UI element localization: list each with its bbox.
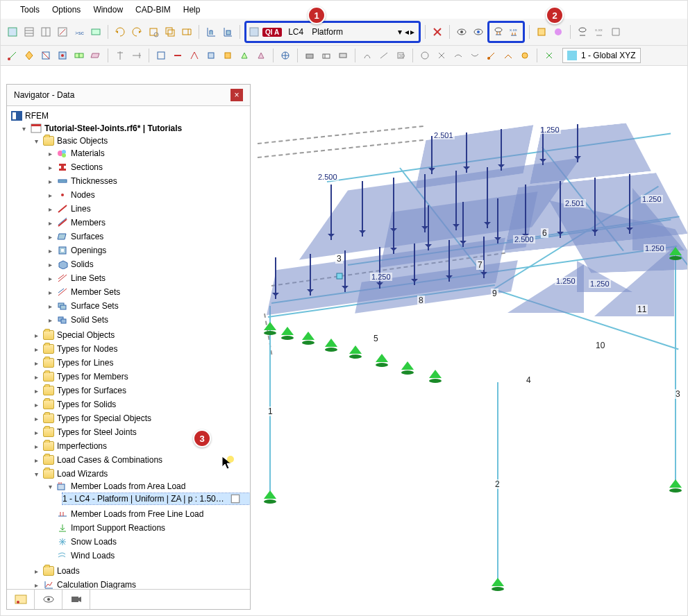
show-load-arrows-icon[interactable]: x.xx: [506, 24, 521, 40]
coord-system-selector[interactable]: 1 - Global XYZ: [562, 48, 641, 63]
tree-item[interactable]: Line Sets: [71, 273, 106, 283]
tool-btn[interactable]: [220, 48, 235, 63]
tool-btn[interactable]: [187, 48, 202, 63]
show-load-values-icon[interactable]: [491, 24, 506, 40]
tool-btn[interactable]: [55, 48, 70, 63]
tool-btn[interactable]: [430, 24, 445, 40]
expand-icon[interactable]: ▸: [32, 400, 40, 409]
tool-btn[interactable]: [220, 24, 235, 40]
tree-item[interactable]: Loads: [57, 566, 80, 576]
tool-btn[interactable]: [112, 48, 128, 63]
tree-item[interactable]: Sections: [71, 162, 103, 172]
expand-icon[interactable]: ▸: [32, 428, 40, 436]
expand-icon[interactable]: ▾: [32, 470, 40, 478]
tree-load-wizards[interactable]: Load Wizards: [57, 469, 108, 479]
expand-icon[interactable]: ▸: [32, 414, 40, 422]
tool-btn[interactable]: [608, 24, 623, 40]
tool-btn[interactable]: [302, 48, 317, 63]
tree-item[interactable]: Types for Steel Joints: [57, 427, 137, 437]
tree-item[interactable]: Calculation Diagrams: [57, 580, 136, 589]
tree-item[interactable]: Thicknesses: [71, 176, 117, 186]
load-case-selector[interactable]: QI A LC4 Platform ▾ ◂ ▸: [244, 21, 421, 43]
tree-item[interactable]: Imperfections: [57, 441, 107, 451]
prev-lc-icon[interactable]: ◂: [405, 27, 409, 37]
tree-item[interactable]: Solid Sets: [71, 315, 108, 325]
tool-btn[interactable]: [179, 24, 194, 40]
expand-icon[interactable]: ▸: [46, 274, 54, 282]
expand-icon[interactable]: ▸: [46, 205, 54, 213]
tree-item[interactable]: Lines: [71, 204, 91, 214]
tool-btn[interactable]: [484, 48, 499, 63]
tool-btn[interactable]: [471, 24, 486, 40]
expand-icon[interactable]: ▸: [46, 316, 54, 324]
tool-btn[interactable]: [517, 48, 532, 63]
tree-item[interactable]: Load Cases & Combinations: [57, 455, 162, 465]
tool-btn[interactable]: [22, 24, 37, 40]
tool-btn[interactable]: [451, 48, 466, 63]
tool-btn[interactable]: [376, 48, 392, 63]
tool-btn[interactable]: [237, 48, 252, 63]
tool-btn[interactable]: [153, 48, 169, 63]
tool-btn[interactable]: [253, 48, 269, 63]
next-lc-icon[interactable]: ▸: [410, 27, 414, 37]
tree-basic-objects[interactable]: Basic Objects: [57, 136, 108, 146]
tool-btn[interactable]: [551, 24, 566, 40]
tool-btn[interactable]: [162, 24, 178, 40]
expand-icon[interactable]: ▸: [46, 149, 54, 157]
tool-btn[interactable]: [146, 24, 161, 40]
tree-item[interactable]: Materials: [71, 148, 105, 158]
tool-btn[interactable]: [360, 48, 375, 63]
expand-icon[interactable]: ▾: [46, 482, 54, 490]
expand-icon[interactable]: ▸: [32, 386, 40, 395]
expand-icon[interactable]: ▸: [46, 163, 54, 171]
nav-tab-camera-icon[interactable]: [62, 590, 90, 609]
tool-btn[interactable]: [88, 24, 103, 40]
expand-icon[interactable]: ▸: [32, 442, 40, 450]
tree-item[interactable]: Types for Nodes: [57, 344, 117, 354]
menu-help[interactable]: Help: [183, 5, 201, 15]
expand-icon[interactable]: ▸: [32, 331, 40, 339]
tree-item[interactable]: Types for Special Objects: [57, 413, 151, 423]
model-viewport[interactable]: 2.501 1.250 2.500 2.501 1.250 2.500 1.25…: [251, 77, 686, 614]
tool-btn[interactable]: [434, 48, 449, 63]
nav-tab-data-icon[interactable]: [7, 590, 35, 609]
tree-item[interactable]: Types for Solids: [57, 400, 116, 409]
tool-btn[interactable]: [170, 48, 185, 63]
tree-member-loads-area[interactable]: Member Loads from Area Load: [71, 481, 185, 491]
tool-btn[interactable]: [467, 48, 483, 63]
menu-tools[interactable]: Tools: [20, 5, 40, 15]
tree-item[interactable]: Snow Loads: [71, 537, 117, 547]
tool-btn[interactable]: x.xx: [591, 24, 607, 40]
expand-icon[interactable]: ▸: [46, 219, 54, 227]
expand-icon[interactable]: ▾: [32, 137, 40, 145]
tree-root[interactable]: RFEM: [25, 111, 49, 121]
tool-btn[interactable]: [38, 24, 53, 40]
expand-icon[interactable]: ▸: [32, 567, 40, 575]
tool-btn[interactable]: [501, 48, 516, 63]
expand-icon[interactable]: ▸: [32, 345, 40, 353]
tool-btn[interactable]: [38, 48, 53, 63]
menu-cadbim[interactable]: CAD-BIM: [135, 5, 171, 15]
tool-btn[interactable]: [129, 24, 144, 40]
load-value-display-toggle[interactable]: x.xx: [487, 21, 525, 43]
tree-item[interactable]: Wind Loads: [71, 551, 115, 561]
expand-icon[interactable]: ▸: [32, 373, 40, 381]
menu-window[interactable]: Window: [93, 5, 123, 15]
tool-btn[interactable]: [335, 48, 351, 63]
tree-item[interactable]: Surfaces: [71, 232, 103, 241]
expand-icon[interactable]: ▾: [19, 124, 28, 132]
tree-item[interactable]: Members: [71, 218, 106, 228]
expand-icon[interactable]: ▸: [32, 456, 40, 464]
tree-item[interactable]: Import Support Reactions: [71, 523, 165, 533]
expand-icon[interactable]: ▸: [46, 246, 54, 255]
tree-item[interactable]: Types for Members: [57, 372, 128, 382]
tool-btn[interactable]: [203, 48, 219, 63]
expand-icon[interactable]: ▸: [32, 359, 40, 367]
tree-item[interactable]: Nodes: [71, 190, 95, 200]
tree-item[interactable]: Member Loads from Free Line Load: [71, 509, 203, 519]
expand-icon[interactable]: ▸: [46, 288, 54, 296]
tree-item[interactable]: Surface Sets: [71, 301, 119, 311]
tool-btn[interactable]: [112, 24, 128, 40]
tool-btn[interactable]: >sc: [72, 24, 87, 40]
tool-btn[interactable]: [278, 48, 293, 63]
